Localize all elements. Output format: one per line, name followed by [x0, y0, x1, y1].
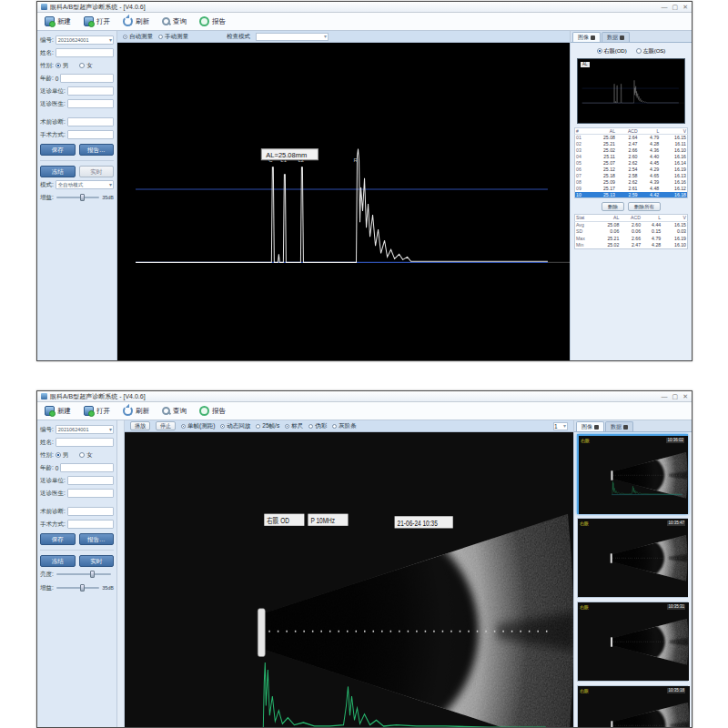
- ascan-display[interactable]: CL1L2R AL=25.08mm: [117, 43, 570, 360]
- ascan-thumbnail[interactable]: AL: [577, 58, 685, 124]
- cell: 4.65: [639, 173, 661, 179]
- id-combobox[interactable]: 20210624001: [56, 425, 114, 434]
- bscan-display[interactable]: 右眼 OD P 10MHz 21-06-24 10:35: [125, 432, 573, 727]
- window-ascan: 眼科A/B型超声诊断系统 - [V4.0.6] — ▢ ✕ 新建打开刷新查询报告…: [36, 1, 693, 361]
- cine-option-0[interactable]: 单帧(测距): [181, 422, 215, 430]
- titlebar-bscan[interactable]: 眼科A/B型超声诊断系统 - [V4.0.6] — ▢ ✕: [37, 391, 692, 402]
- mode-row: 模式:全自动模式: [40, 179, 114, 190]
- splitter[interactable]: [117, 420, 125, 727]
- delete-all-button[interactable]: 删除所有: [628, 202, 661, 211]
- toolbar-button-new[interactable]: 新建: [41, 14, 76, 29]
- close-button[interactable]: ✕: [682, 393, 688, 399]
- delete-button[interactable]: 删除: [602, 202, 624, 211]
- table-row[interactable]: 0425.112.604.4016.16: [575, 154, 688, 160]
- text-input[interactable]: [67, 507, 114, 516]
- panel-tab-0[interactable]: 图像: [576, 421, 604, 431]
- panel-tab-1[interactable]: 数据: [605, 421, 633, 431]
- maximize-button[interactable]: ▢: [672, 393, 679, 399]
- maximize-button[interactable]: ▢: [672, 4, 679, 10]
- save-button[interactable]: 保存: [40, 533, 76, 545]
- toolbar-button-report[interactable]: 报告: [196, 14, 231, 29]
- table-row[interactable]: 0725.182.584.6516.13: [575, 173, 688, 179]
- field-row: 姓名:: [40, 437, 114, 448]
- cine-option-4[interactable]: 伪彩: [308, 422, 327, 430]
- toolbar-button-search[interactable]: 查询: [158, 15, 192, 29]
- text-input[interactable]: [67, 489, 114, 498]
- text-input[interactable]: [67, 130, 114, 139]
- table-row[interactable]: 0825.092.624.3916.16: [575, 179, 688, 186]
- freeze-button[interactable]: 冻结: [40, 555, 76, 567]
- text-input[interactable]: [56, 48, 114, 57]
- table-row[interactable]: 0525.072.624.4516.14: [575, 160, 688, 167]
- toolbar-button-refresh[interactable]: 刷新: [119, 14, 155, 29]
- cine-option-3[interactable]: 标尺: [285, 422, 303, 430]
- close-button[interactable]: ✕: [682, 4, 688, 10]
- table-row-selected[interactable]: 1025.132.594.4216.18: [575, 192, 688, 198]
- text-input[interactable]: [67, 476, 114, 485]
- minimize-button[interactable]: —: [662, 393, 668, 399]
- radio-dot: [56, 452, 61, 458]
- field-label: 送诊医生:: [40, 490, 66, 498]
- cine-option-1[interactable]: 动态回放: [220, 422, 250, 430]
- eye-radio-1[interactable]: 左眼(OS): [636, 47, 666, 56]
- toolbar-button-refresh[interactable]: 刷新: [119, 403, 155, 419]
- table-row[interactable]: 0325.022.664.3616.10: [575, 147, 688, 154]
- text-input[interactable]: [56, 438, 114, 447]
- toolbar-button-new[interactable]: 新建: [41, 403, 76, 419]
- table-row[interactable]: 0625.122.544.2916.19: [575, 167, 688, 173]
- slider-handle[interactable]: [80, 194, 85, 201]
- toolbar-button-open[interactable]: 打开: [80, 403, 116, 419]
- mode-combobox[interactable]: 全自动模式: [56, 180, 114, 189]
- toolbar-button-report[interactable]: 报告: [196, 403, 231, 419]
- slider-handle[interactable]: [90, 571, 95, 578]
- panel-tab-0[interactable]: 图像: [572, 32, 601, 42]
- slider-track[interactable]: [56, 587, 99, 589]
- id-combobox[interactable]: 20210624001: [56, 35, 114, 45]
- frame-combobox[interactable]: 1: [553, 422, 568, 430]
- text-input[interactable]: [67, 520, 114, 529]
- search-icon: [162, 17, 170, 25]
- cine-option-5[interactable]: 灰阶条: [332, 422, 357, 430]
- exam-mode-combobox[interactable]: [256, 33, 329, 41]
- report-button[interactable]: 报告…: [79, 533, 115, 545]
- bscan-thumbnail-0[interactable]: 右眼10:36:02: [577, 434, 688, 514]
- table-row[interactable]: 0225.212.474.2816.11: [575, 141, 688, 147]
- text-input[interactable]: [60, 463, 114, 472]
- panel-tab-1[interactable]: 数据: [602, 32, 630, 42]
- table-row[interactable]: 0925.172.614.4816.12: [575, 186, 688, 192]
- text-input[interactable]: [67, 99, 114, 108]
- slider-handle[interactable]: [80, 584, 85, 592]
- bscan-thumbnail-2[interactable]: 右眼10:35:31: [577, 602, 688, 682]
- live-button[interactable]: 实时: [79, 166, 115, 177]
- freeze-button[interactable]: 冻结: [40, 166, 76, 177]
- cell: 16.11: [660, 141, 687, 147]
- live-button[interactable]: 实时: [79, 555, 115, 567]
- measure-mode-radio-0[interactable]: 自动测量: [123, 33, 153, 41]
- minimize-button[interactable]: —: [662, 4, 668, 10]
- bscan-thumbnail-1[interactable]: 右眼10:35:47: [577, 518, 688, 598]
- toolbar-button-open[interactable]: 打开: [80, 14, 116, 29]
- action-buttons: 保存报告…: [40, 144, 114, 156]
- text-input[interactable]: [60, 74, 114, 83]
- bscan-thumbnail-3[interactable]: 右眼10:35:18: [577, 685, 688, 727]
- gender-female-radio[interactable]: 女: [79, 451, 93, 460]
- report-button[interactable]: 报告…: [79, 144, 115, 156]
- cine-option-2[interactable]: 25帧/s: [256, 422, 279, 430]
- gender-male-radio[interactable]: 男: [56, 451, 69, 460]
- titlebar-ascan[interactable]: 眼科A/B型超声诊断系统 - [V4.0.6] — ▢ ✕: [37, 2, 692, 13]
- text-input[interactable]: [67, 117, 114, 126]
- toolbar-button-search[interactable]: 查询: [158, 404, 192, 419]
- cell: 4.40: [639, 154, 661, 160]
- table-row[interactable]: 0125.082.644.7916.15: [575, 135, 688, 141]
- save-button[interactable]: 保存: [40, 144, 76, 156]
- slider-track[interactable]: [56, 197, 99, 198]
- slider-track[interactable]: [56, 573, 111, 575]
- measure-mode-radio-1[interactable]: 手动测量: [158, 33, 188, 41]
- cine-button-0[interactable]: 播放: [130, 421, 150, 430]
- eye-radio-0[interactable]: 右眼(OD): [597, 47, 627, 56]
- cell: 16.16: [660, 179, 687, 186]
- text-input[interactable]: [67, 86, 114, 96]
- gender-male-radio[interactable]: 男: [56, 62, 69, 70]
- gender-female-radio[interactable]: 女: [79, 62, 93, 70]
- cine-button-1[interactable]: 停止: [156, 421, 176, 430]
